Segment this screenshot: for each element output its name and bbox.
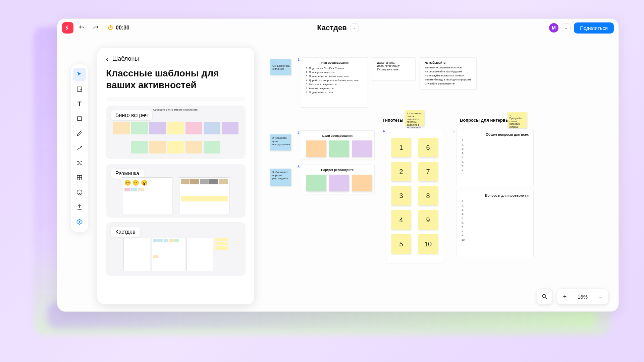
template-preview (106, 222, 246, 276)
templates-heading: Классные шаблоны для ваших активностей (106, 67, 246, 91)
zoom-out-button[interactable]: – (593, 289, 608, 304)
reminders-card[interactable]: Не забывайте: Задавайте открытые вопросы… (420, 57, 477, 89)
topbar: ⏱ 00:30 Кастдев ⌄ М ⌄ Поделиться (57, 19, 619, 37)
meta-card[interactable]: Дата начала: Дата окончания: Исследовате… (372, 57, 416, 81)
templates-breadcrumb[interactable]: Шаблоны (112, 55, 139, 62)
title-dropdown[interactable]: ⌄ (350, 23, 359, 32)
app-window: ⏱ 00:30 Кастдев ⌄ М ⌄ Поделиться T (57, 18, 619, 312)
hyp-sticky[interactable]: 8 (418, 186, 438, 205)
canvas-area[interactable]: T ‹ Шаблоны Классные шаблоны для ваших а… (57, 37, 619, 311)
text-tool[interactable]: T (73, 97, 86, 111)
zoom-level-box: + 16% – (557, 289, 608, 305)
hyp-sticky[interactable]: 5 (391, 234, 411, 254)
hyp-sticky[interactable]: 9 (418, 210, 438, 230)
plan-card[interactable]: План исследования 1. Подготовка CustDev … (301, 57, 368, 108)
add-template-tool[interactable] (73, 215, 86, 229)
share-button[interactable]: Поделиться (574, 22, 614, 34)
goal-swatch[interactable] (306, 140, 326, 157)
portrait-swatch[interactable] (306, 175, 326, 191)
zoom-search-icon[interactable] (537, 289, 552, 304)
q-hyp-title: Вопросы для проверки ги (462, 194, 529, 197)
template-preview: 😊 😐 😮 (106, 164, 246, 218)
template-card-custdev[interactable]: Кастдев (106, 222, 246, 276)
svg-rect-0 (77, 87, 82, 91)
svg-rect-1 (77, 117, 82, 121)
zoom-value[interactable]: 16% (573, 294, 593, 300)
hyp-sticky[interactable]: 6 (418, 138, 438, 157)
shuffle-tool[interactable] (73, 156, 86, 170)
step-sticky-5[interactable]: 5. Придумайте список вопросов, которые п… (507, 112, 527, 128)
zoom-controls: + 16% – (537, 289, 608, 305)
goal-swatch[interactable] (329, 140, 349, 157)
cursor-tool[interactable] (73, 68, 86, 81)
hyp-sticky[interactable]: 4 (391, 210, 411, 230)
hyp-sticky[interactable]: 1 (391, 138, 411, 157)
timer-value: 00:30 (116, 25, 129, 31)
step-number: 4 (383, 129, 385, 133)
grid-tool[interactable] (73, 171, 86, 184)
interview-label: Вопросы для интервью (460, 118, 512, 123)
template-card-partial[interactable] (106, 97, 246, 101)
board-canvas[interactable]: 1. Ознакомьтесь с планом 1 План исследов… (265, 47, 612, 305)
pen-tool[interactable] (73, 127, 86, 140)
template-card-warmup[interactable]: Разминка 😊 😐 😮 (106, 164, 246, 218)
hyp-sticky[interactable]: 3 (391, 186, 411, 205)
step-sticky-4[interactable]: 4. Составьте список вопросов и проблем, … (405, 110, 424, 126)
svg-point-3 (77, 190, 82, 195)
step-sticky-2[interactable]: 2. Опишите цели исследования (270, 134, 291, 150)
goal-swatch[interactable] (352, 140, 372, 157)
step-number: 2 (298, 130, 300, 134)
board-title-group: Кастдев ⌄ (317, 23, 359, 32)
zoom-in-button[interactable]: + (557, 289, 573, 304)
members-dropdown[interactable]: ⌄ (562, 23, 571, 32)
sticky-note-tool[interactable] (73, 82, 86, 96)
connector-tool[interactable] (73, 141, 86, 155)
hypothesis-questions-card[interactable]: Вопросы для проверки ги 1.2.3.4.5.6.7.8.… (457, 190, 534, 257)
portrait-title: Портрет респондента: (306, 168, 370, 172)
user-avatar[interactable]: М (549, 23, 558, 33)
q-hyp-list: 1.2.3.4.5.6.7.8.9.10. (462, 199, 529, 242)
hyp-sticky[interactable]: 10 (418, 234, 438, 254)
q-general-title: Общие вопросы для всех (462, 133, 529, 136)
step-number: 5 (452, 129, 454, 133)
undo-button[interactable] (76, 22, 88, 34)
board-title[interactable]: Кастдев (317, 23, 346, 32)
q-general-list: 1.2.3.4.5.6.7.8. (462, 138, 529, 173)
template-card-bingo[interactable]: Соберите бинго вместе с коллегами Бинго … (106, 106, 246, 159)
timer[interactable]: ⏱ 00:30 (104, 22, 133, 34)
shape-tool[interactable] (73, 112, 86, 125)
tool-toolbar: T (71, 64, 88, 232)
redo-button[interactable] (90, 22, 102, 34)
step-sticky-3[interactable]: 3. Составьте портрет респондента (270, 169, 291, 186)
general-questions-card[interactable]: Общие вопросы для всех 1.2.3.4.5.6.7.8. (457, 129, 534, 186)
step-number: 1 (298, 57, 300, 61)
stopwatch-icon: ⏱ (108, 24, 114, 32)
reminders-list: Задавайте открытые вопросыНе спрашивайте… (425, 66, 472, 86)
plan-title: План исследования (306, 61, 363, 64)
step-sticky-1[interactable]: 1. Ознакомьтесь с планом (270, 59, 291, 75)
hyp-sticky[interactable]: 2 (391, 162, 411, 181)
upload-tool[interactable] (73, 200, 86, 214)
portrait-swatch[interactable] (352, 175, 372, 191)
templates-back-icon[interactable]: ‹ (106, 55, 108, 63)
hyp-sticky[interactable]: 7 (418, 162, 438, 181)
templates-panel: ‹ Шаблоны Классные шаблоны для ваших акт… (97, 47, 255, 305)
reminders-title: Не забывайте: (425, 61, 472, 64)
app-logo[interactable] (62, 22, 73, 34)
template-preview (106, 106, 246, 159)
emoji-tool[interactable] (73, 186, 86, 199)
hypotheses-label: Гипотезы (383, 118, 404, 123)
zoom-fit-box (537, 289, 553, 305)
goals-title: Цели исследования: (306, 134, 370, 137)
step-number: 3 (298, 165, 300, 169)
svg-point-4 (542, 294, 546, 298)
portrait-swatch[interactable] (329, 175, 349, 191)
plan-list: 1. Подготовка CustDev Canvas2. Поиск рес… (306, 66, 363, 95)
